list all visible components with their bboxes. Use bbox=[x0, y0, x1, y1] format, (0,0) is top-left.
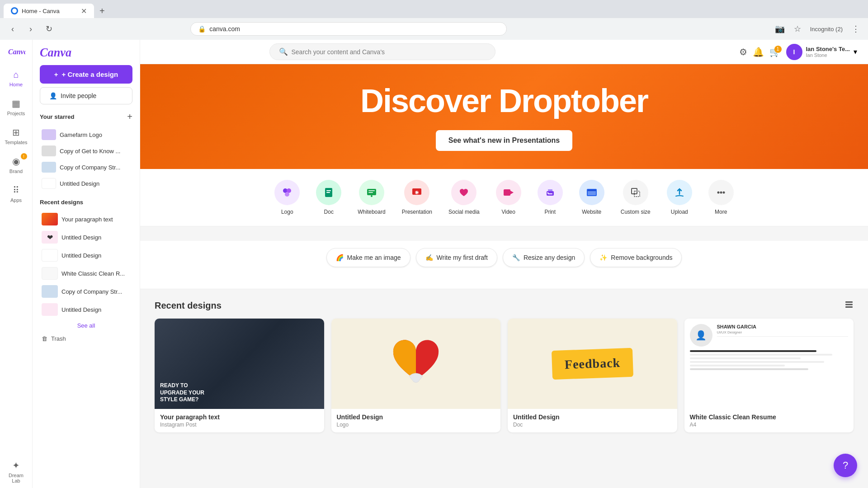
recent-sidebar-section: Recent designs Your paragraph text ❤ Unt… bbox=[40, 199, 132, 319]
starred-item[interactable]: Copy of Company Str... bbox=[40, 159, 132, 175]
svg-rect-20 bbox=[548, 193, 552, 194]
trash-button[interactable]: 🗑 Trash bbox=[40, 333, 132, 345]
tab-title: Home - Canva bbox=[22, 8, 60, 14]
qa-video-label: Video bbox=[501, 209, 515, 215]
design-thumb-4: 👤 SHAWN GARCIA UI/UX Designer bbox=[684, 319, 854, 409]
qa-social-label: Social media bbox=[448, 209, 480, 215]
design-card[interactable]: 👤 SHAWN GARCIA UI/UX Designer bbox=[684, 319, 854, 432]
sidebar-item-projects[interactable]: ▦ Projects bbox=[3, 94, 30, 121]
invite-icon: 👤 bbox=[49, 92, 57, 99]
help-button[interactable]: ? bbox=[834, 454, 857, 477]
design-name-3: Untitled Design bbox=[513, 413, 672, 421]
sidebar-item-dreamlab-label: Dream Lab bbox=[6, 473, 26, 483]
remove-bg-icon: ✨ bbox=[599, 254, 607, 261]
sidebar-item-brand[interactable]: ◉ Brand ! bbox=[3, 151, 30, 178]
search-input[interactable] bbox=[292, 48, 486, 56]
recent-sidebar-item[interactable]: Untitled Design bbox=[40, 300, 132, 319]
see-all-button[interactable]: See all bbox=[40, 319, 132, 333]
resize-button[interactable]: 🔧 Resize any design bbox=[503, 248, 585, 267]
hero-title: Discover Droptober bbox=[167, 82, 841, 119]
topbar: 🔍 ⚙ 🔔 🛒1 I Ian Stone's Te... Ian Stone ▾ bbox=[140, 40, 868, 64]
notifications-button[interactable]: 🔔 bbox=[753, 47, 764, 57]
design-card[interactable]: Untitled Design Logo bbox=[331, 319, 501, 432]
sidebar-item-apps[interactable]: ⠿ Apps bbox=[3, 180, 30, 207]
tab-close-button[interactable]: ✕ bbox=[81, 7, 87, 15]
quick-action-social[interactable]: Social media bbox=[443, 176, 485, 219]
trash-label: Trash bbox=[51, 335, 66, 342]
trash-icon: 🗑 bbox=[42, 335, 47, 342]
help-icon: ? bbox=[843, 460, 848, 471]
design-card[interactable]: Feedback Untitled Design Doc bbox=[508, 319, 677, 432]
make-image-label: Make me an image bbox=[347, 254, 401, 261]
invite-people-button[interactable]: 👤 Invite people bbox=[40, 87, 132, 104]
recent-sidebar-item[interactable]: Copy of Company Str... bbox=[40, 282, 132, 300]
main-content: 🔍 ⚙ 🔔 🛒1 I Ian Stone's Te... Ian Stone ▾ bbox=[140, 40, 868, 488]
incognito-button[interactable]: Incognito (2) bbox=[807, 23, 845, 35]
sidebar-item-templates[interactable]: ⊞ Templates bbox=[3, 122, 30, 150]
sidebar-item-home[interactable]: ⌂ Home bbox=[3, 65, 30, 92]
recent-item-1-label: Your paragraph text bbox=[61, 216, 113, 223]
recent-item-6-label: Untitled Design bbox=[61, 306, 101, 313]
qa-more-label: More bbox=[715, 209, 727, 215]
create-design-button[interactable]: + + Create a design bbox=[40, 65, 132, 84]
hero-cta-button[interactable]: See what's new in Presentations bbox=[436, 130, 573, 151]
sidebar-item-templates-label: Templates bbox=[5, 140, 27, 145]
extensions-button[interactable]: ⋮ bbox=[849, 21, 863, 37]
quick-action-doc[interactable]: Doc bbox=[311, 176, 347, 219]
recent-sidebar-item[interactable]: White Classic Clean R... bbox=[40, 264, 132, 282]
quick-action-video[interactable]: Video bbox=[491, 176, 527, 219]
quick-action-whiteboard[interactable]: Whiteboard bbox=[352, 176, 391, 219]
quick-action-website[interactable]: Website bbox=[574, 176, 610, 219]
design-card[interactable]: READY TOUPGRADE YOURSTYLE GAME? Your par… bbox=[155, 319, 324, 432]
user-profile[interactable]: I Ian Stone's Te... Ian Stone ▾ bbox=[786, 44, 857, 60]
new-tab-button[interactable]: + bbox=[96, 4, 108, 18]
svg-point-12 bbox=[371, 195, 373, 197]
svg-point-21 bbox=[547, 192, 548, 194]
list-view-button[interactable] bbox=[844, 300, 854, 311]
quick-action-print[interactable]: Print bbox=[532, 176, 568, 219]
recent-item-4-label: White Classic Clean R... bbox=[61, 270, 125, 277]
starred-item[interactable]: Gamefarm Logo bbox=[40, 127, 132, 143]
quick-action-more[interactable]: More bbox=[703, 176, 739, 219]
quick-action-custom-size[interactable]: Custom size bbox=[615, 176, 656, 219]
recent-sidebar-item[interactable]: ❤ Untitled Design bbox=[40, 228, 132, 246]
back-button[interactable]: ‹ bbox=[5, 22, 20, 36]
cart-button[interactable]: 🛒1 bbox=[769, 47, 781, 57]
quick-action-logo[interactable]: Logo bbox=[269, 176, 305, 219]
resize-label: Resize any design bbox=[524, 254, 575, 261]
remove-bg-button[interactable]: ✨ Remove backgrounds bbox=[590, 248, 682, 267]
reload-button[interactable]: ↻ bbox=[42, 22, 56, 36]
quick-action-upload[interactable]: Upload bbox=[661, 176, 698, 219]
starred-item[interactable]: Copy of Get to Know ... bbox=[40, 143, 132, 159]
settings-button[interactable]: ⚙ bbox=[739, 47, 747, 57]
design-info-3: Untitled Design Doc bbox=[508, 409, 677, 432]
sidebar-left-nav: Canva ⌂ Home ▦ Projects ⊞ Templates ◉ bbox=[0, 40, 33, 488]
recent-thumb-4 bbox=[42, 267, 58, 280]
make-image-button[interactable]: 🌈 Make me an image bbox=[326, 248, 410, 267]
search-icon: 🔍 bbox=[279, 47, 288, 56]
forward-button[interactable]: › bbox=[24, 22, 38, 36]
starred-section-title: Your starred + bbox=[40, 112, 132, 122]
write-draft-button[interactable]: ✍ Write my first draft bbox=[416, 248, 497, 267]
url-text: canva.com bbox=[209, 25, 240, 33]
starred-item[interactable]: Untitled Design bbox=[40, 175, 132, 192]
brand-icon: ◉ bbox=[12, 156, 20, 167]
search-bar[interactable]: 🔍 bbox=[269, 43, 495, 60]
svg-point-29 bbox=[722, 192, 725, 194]
camera-off-icon[interactable]: 📷 bbox=[772, 21, 788, 37]
recent-sidebar-item[interactable]: Untitled Design bbox=[40, 246, 132, 264]
sidebar-item-home-label: Home bbox=[9, 82, 23, 87]
design-thumb-1: READY TOUPGRADE YOURSTYLE GAME? bbox=[155, 319, 324, 409]
starred-add-button[interactable]: + bbox=[127, 112, 132, 122]
svg-point-27 bbox=[717, 192, 719, 194]
bookmark-button[interactable]: ☆ bbox=[791, 21, 804, 37]
quick-action-presentation[interactable]: Presentation bbox=[396, 176, 438, 219]
recent-thumb-2: ❤ bbox=[42, 231, 58, 244]
active-tab[interactable]: Home - Canva ✕ bbox=[4, 4, 94, 18]
qa-doc-label: Doc bbox=[324, 209, 334, 215]
recent-sidebar-item[interactable]: Your paragraph text bbox=[40, 210, 132, 228]
address-bar[interactable]: 🔒 canva.com bbox=[190, 22, 507, 36]
sidebar-item-dreamlab[interactable]: ✦ Dream Lab bbox=[3, 455, 30, 488]
recent-item-2-label: Untitled Design bbox=[61, 234, 101, 241]
svg-text:Canva: Canva bbox=[40, 46, 71, 59]
